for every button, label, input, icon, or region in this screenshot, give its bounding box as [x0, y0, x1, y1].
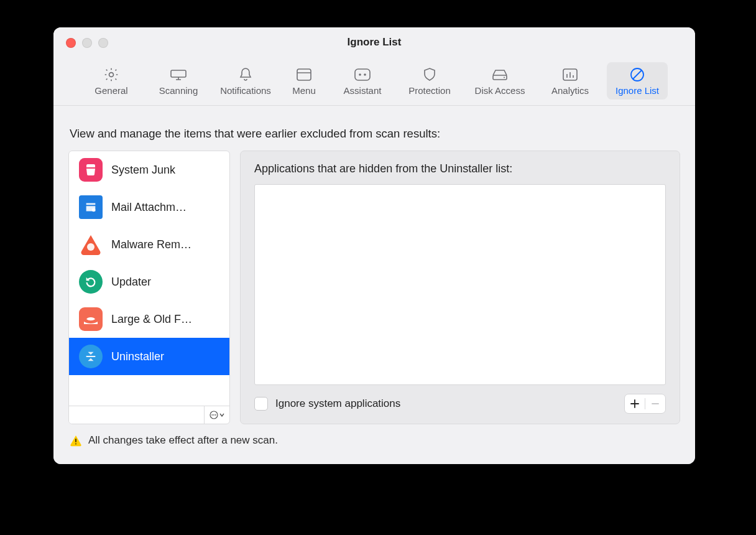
- chevron-down-icon: [219, 412, 224, 417]
- tab-label: Analytics: [551, 85, 589, 96]
- svg-point-18: [211, 414, 213, 416]
- category-item-malware-removal[interactable]: Malware Rem…: [69, 226, 229, 263]
- tab-label: Disk Access: [475, 85, 525, 96]
- svg-point-0: [109, 72, 114, 77]
- svg-rect-16: [86, 356, 96, 357]
- system-junk-icon: [79, 158, 103, 182]
- svg-rect-1: [297, 69, 311, 80]
- tab-label: General: [94, 85, 127, 96]
- detail-heading: Applications that are hidden from the Un…: [254, 162, 666, 175]
- category-item-mail-attachments[interactable]: Mail Attachm…: [69, 188, 229, 226]
- ignore-system-apps-toggle[interactable]: Ignore system applications: [254, 397, 400, 411]
- mail-attachments-icon: [79, 195, 103, 219]
- category-label: Uninstaller: [111, 350, 164, 363]
- category-list: System Junk Mail Attachm…: [69, 151, 229, 406]
- tab-menu[interactable]: Menu: [282, 62, 326, 100]
- category-label: Mail Attachm…: [111, 201, 187, 214]
- updater-icon: [79, 270, 103, 294]
- category-item-updater[interactable]: Updater: [69, 263, 229, 300]
- svg-point-20: [215, 414, 216, 416]
- add-button[interactable]: [625, 394, 645, 413]
- close-window-button[interactable]: [66, 38, 76, 48]
- category-label: System Junk: [111, 164, 175, 177]
- titlebar: Ignore List: [53, 27, 695, 57]
- sidebar-filter-input[interactable]: [69, 406, 204, 424]
- tab-label: Assistant: [344, 85, 382, 96]
- svg-rect-22: [75, 444, 76, 445]
- svg-rect-21: [75, 439, 76, 442]
- detail-footer: Ignore system applications: [254, 385, 666, 414]
- tab-analytics[interactable]: Analytics: [540, 62, 601, 100]
- tab-protection[interactable]: Protection: [399, 62, 460, 100]
- warning-icon: [70, 434, 82, 447]
- category-label: Malware Rem…: [111, 238, 191, 251]
- minimize-window-button[interactable]: [82, 38, 92, 48]
- category-item-uninstaller[interactable]: Uninstaller: [69, 338, 229, 375]
- category-item-large-old-files[interactable]: Large & Old F…: [69, 300, 229, 338]
- tab-label: Notifications: [220, 85, 271, 96]
- svg-rect-3: [355, 69, 370, 80]
- svg-point-4: [359, 73, 361, 76]
- tab-ignore-list[interactable]: Ignore List: [607, 62, 668, 100]
- plus-icon: [630, 399, 640, 409]
- malware-icon: [79, 233, 103, 256]
- tab-disk-access[interactable]: Disk Access: [466, 62, 533, 100]
- footer-note: All changes take effect after a new scan…: [68, 424, 680, 458]
- tab-general[interactable]: General: [81, 62, 142, 100]
- checkbox-icon: [254, 397, 268, 411]
- page-heading: View and manage the items that were earl…: [70, 127, 678, 141]
- svg-point-19: [213, 414, 214, 416]
- tab-label: Protection: [408, 85, 451, 96]
- remove-button[interactable]: [645, 394, 665, 413]
- svg-point-15: [87, 243, 94, 251]
- add-remove-controls: [624, 394, 666, 414]
- bell-icon: [236, 67, 255, 83]
- ignored-apps-list[interactable]: [254, 184, 666, 385]
- sidebar-more-button[interactable]: [204, 406, 229, 424]
- panel-icon: [295, 67, 313, 83]
- tab-label: Ignore List: [615, 85, 659, 96]
- sidebar-footer: [69, 406, 229, 424]
- monitor-icon: [169, 67, 188, 83]
- tab-assistant[interactable]: Assistant: [332, 62, 393, 100]
- svg-point-7: [504, 77, 505, 78]
- category-item-system-junk[interactable]: System Junk: [69, 151, 229, 188]
- zoom-window-button[interactable]: [98, 38, 108, 48]
- gear-icon: [102, 67, 121, 83]
- ellipsis-icon: [210, 411, 218, 419]
- bars-icon: [561, 67, 579, 83]
- disk-icon: [491, 67, 509, 83]
- window-controls: [66, 38, 108, 48]
- footer-note-text: All changes take effect after a new scan…: [88, 434, 278, 447]
- preferences-toolbar: General Scanning Notif: [53, 57, 695, 106]
- uninstaller-icon: [79, 345, 103, 368]
- preferences-window: Ignore List General: [53, 27, 695, 464]
- large-files-icon: [79, 307, 103, 331]
- svg-point-14: [92, 208, 96, 212]
- minus-icon: [650, 399, 660, 409]
- window-title: Ignore List: [348, 36, 402, 49]
- tab-label: Menu: [292, 85, 316, 96]
- svg-point-5: [364, 73, 366, 76]
- tab-scanning[interactable]: Scanning: [148, 62, 209, 100]
- content-area: View and manage the items that were earl…: [53, 106, 695, 464]
- category-label: Updater: [111, 276, 151, 289]
- tab-notifications[interactable]: Notifications: [215, 62, 276, 100]
- face-icon: [353, 67, 372, 83]
- svg-line-13: [633, 70, 642, 79]
- category-label: Large & Old F…: [111, 313, 192, 326]
- category-sidebar: System Junk Mail Attachm…: [68, 151, 230, 424]
- checkbox-label: Ignore system applications: [275, 398, 400, 410]
- forbid-icon: [628, 67, 647, 83]
- tab-label: Scanning: [159, 85, 198, 96]
- detail-pane: Applications that are hidden from the Un…: [240, 151, 680, 424]
- shield-icon: [420, 67, 439, 83]
